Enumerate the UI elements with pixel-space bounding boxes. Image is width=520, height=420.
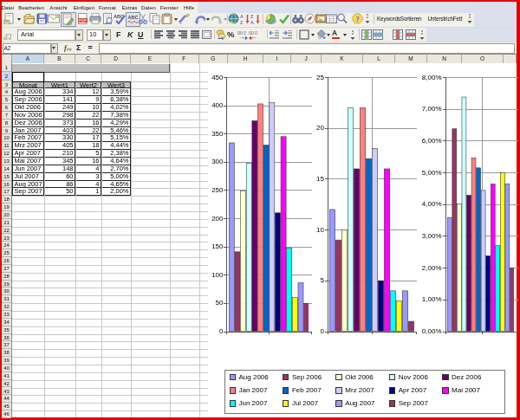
svg-text:Z: Z [240, 20, 244, 25]
svg-text:0: 0 [255, 30, 257, 36]
svg-text:00: 00 [249, 30, 254, 36]
svg-text:A: A [250, 20, 254, 25]
svg-text:0: 0 [244, 30, 246, 36]
svg-text:PDF: PDF [79, 18, 87, 23]
svg-text:?: ? [355, 15, 359, 23]
svg-text:00: 00 [237, 30, 243, 36]
svg-text:Z: Z [250, 14, 254, 19]
svg-text:A: A [240, 14, 244, 19]
svg-text:ABC: ABC [128, 15, 139, 20]
